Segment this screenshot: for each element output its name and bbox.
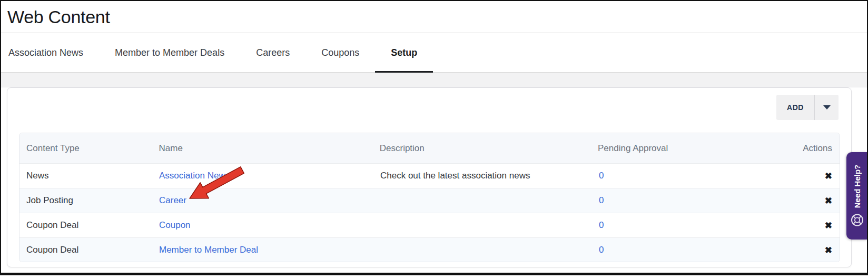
column-header-description: Description xyxy=(380,143,598,154)
setup-card: ADD Content Type Name Description Pendin… xyxy=(7,87,852,267)
page-title: Web Content xyxy=(7,7,110,27)
web-content-page: Web Content Association News Member to M… xyxy=(0,0,868,279)
tab-label: Careers xyxy=(256,47,290,58)
life-ring-icon xyxy=(850,213,864,227)
name-link-member-to-member-deal[interactable]: Member to Member Deal xyxy=(159,245,258,255)
description-cell: Check out the latest association news xyxy=(380,171,599,181)
name-link-coupon[interactable]: Coupon xyxy=(159,220,191,230)
page-header: Web Content xyxy=(1,1,867,33)
pending-approval-link[interactable]: 0 xyxy=(599,171,604,181)
table-row-job-posting: Job Posting Career 0 ✖ xyxy=(19,188,840,213)
tab-setup[interactable]: Setup xyxy=(375,34,433,72)
caret-down-icon xyxy=(823,105,831,109)
need-help-label: Need Help? xyxy=(852,165,861,208)
content-type-cell: News xyxy=(19,171,159,181)
tab-label: Association News xyxy=(8,47,83,58)
pending-approval-link[interactable]: 0 xyxy=(599,220,604,230)
delete-x-icon[interactable]: ✖ xyxy=(825,220,832,231)
column-header-pending-approval: Pending Approval xyxy=(598,143,803,154)
add-button[interactable]: ADD xyxy=(776,95,815,120)
pending-approval-link[interactable]: 0 xyxy=(599,245,604,255)
name-link-association-news[interactable]: Association News xyxy=(159,171,230,181)
tab-coupons[interactable]: Coupons xyxy=(305,34,375,72)
delete-x-icon[interactable]: ✖ xyxy=(825,245,832,256)
table-row-news: News Association News Check out the late… xyxy=(19,163,840,188)
column-header-content-type: Content Type xyxy=(19,143,159,154)
tab-label: Coupons xyxy=(321,47,359,58)
column-header-actions: Actions xyxy=(803,143,840,154)
delete-x-icon[interactable]: ✖ xyxy=(825,195,832,206)
tab-bar: Association News Member to Member Deals … xyxy=(1,34,867,73)
tab-label: Member to Member Deals xyxy=(115,47,224,58)
content-background-band xyxy=(1,73,867,87)
name-link-career[interactable]: Career xyxy=(159,195,186,205)
content-type-cell: Coupon Deal xyxy=(19,245,159,255)
add-dropdown-button[interactable] xyxy=(815,95,839,120)
content-types-table: Content Type Name Description Pending Ap… xyxy=(19,133,840,262)
table-row-member-to-member-deal: Coupon Deal Member to Member Deal 0 ✖ xyxy=(19,237,840,262)
pending-approval-link[interactable]: 0 xyxy=(599,195,604,205)
content-type-cell: Coupon Deal xyxy=(19,220,159,231)
need-help-tab[interactable]: Need Help? xyxy=(846,152,867,240)
tab-label: Setup xyxy=(391,47,417,58)
tab-member-to-member-deals[interactable]: Member to Member Deals xyxy=(99,34,240,72)
table-row-coupon: Coupon Deal Coupon 0 ✖ xyxy=(19,213,840,237)
tab-association-news[interactable]: Association News xyxy=(8,34,99,72)
tab-careers[interactable]: Careers xyxy=(240,34,305,72)
column-header-name: Name xyxy=(159,143,380,154)
add-split-button: ADD xyxy=(776,95,839,120)
table-header-row: Content Type Name Description Pending Ap… xyxy=(19,133,840,163)
content-type-cell: Job Posting xyxy=(19,195,159,206)
delete-x-icon[interactable]: ✖ xyxy=(825,171,832,182)
